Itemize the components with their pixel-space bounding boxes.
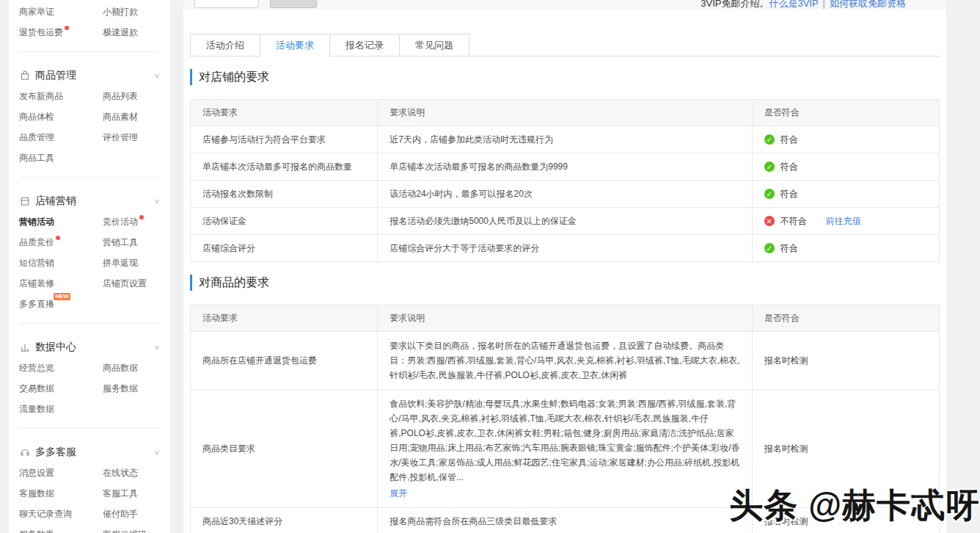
sidebar-item-label: 催付助手 bbox=[103, 509, 138, 519]
sidebar-item-publish-goods[interactable]: 发布新商品 bbox=[19, 86, 69, 106]
col-header-compliance: 是否符合 bbox=[752, 305, 939, 332]
sidebar-item-label: 消息设置 bbox=[19, 468, 54, 478]
category-list-text: 食品饮料;美容护肤/精油;母婴玩具;水果生鲜;数码电器;女装;男装:西服/西裤,… bbox=[390, 396, 740, 485]
description-cell: 近7天内，店铺参加此类活动时无违规行为 bbox=[378, 126, 753, 153]
sidebar-item-review-management[interactable]: 评价管理 bbox=[103, 127, 144, 148]
sidebar-item-marketing-activity[interactable]: 营销活动 bbox=[19, 211, 60, 232]
sidebar-item-label: 商品体检 bbox=[19, 112, 54, 122]
sidebar-item-label: 极速退款 bbox=[103, 27, 138, 37]
sidebar-section-data-center[interactable]: 数据中心 ∨ bbox=[19, 337, 160, 358]
sidebar-item-business-overview[interactable]: 经营总览 bbox=[19, 358, 60, 378]
sidebar-section-shop-marketing[interactable]: 店铺营销 ∨ bbox=[19, 191, 160, 211]
sidebar-item-label: 评价管理 bbox=[103, 132, 138, 142]
sidebar-group-service: 多多客服 ∨ 消息设置 在线状态 客服数据 客服工具 聊天记录查询 催付助手 服… bbox=[9, 433, 170, 533]
sidebar-item-traffic-data[interactable]: 流量数据 bbox=[19, 399, 60, 419]
sidebar-item-chat-history[interactable]: 聊天记录查询 bbox=[19, 504, 78, 524]
sidebar-section-title: 多多客服 bbox=[35, 446, 76, 459]
check-circle-icon: ✓ bbox=[764, 243, 775, 253]
status-cell: ✓符合 bbox=[752, 153, 939, 181]
sidebar-item-goods-material[interactable]: 商品素材 bbox=[103, 106, 144, 127]
sidebar-item-payment-reminder[interactable]: 催付助手 bbox=[103, 504, 144, 524]
requirement-cell: 单店铺本次活动最多可报名的商品数量 bbox=[191, 153, 378, 181]
sidebar-item-bidding-activity[interactable]: 竞价活动 bbox=[103, 211, 144, 232]
expand-link[interactable]: 展开 bbox=[390, 486, 407, 501]
how-get-free-shipping-link[interactable]: 如何获取免邮资格 bbox=[830, 0, 906, 9]
sidebar-item-return-freight[interactable]: 退货包运费 bbox=[19, 22, 69, 43]
sidebar-section-customer-service[interactable]: 多多客服 ∨ bbox=[19, 442, 160, 463]
sidebar-item-message-settings[interactable]: 消息设置 bbox=[19, 463, 60, 483]
sidebar-item-fast-refund[interactable]: 极速退款 bbox=[103, 22, 144, 43]
sidebar-item-duoduo-live[interactable]: 多多直播NEW bbox=[19, 294, 60, 314]
search-input[interactable] bbox=[194, 0, 259, 8]
sidebar-item-label: 退货包运费 bbox=[19, 27, 63, 37]
tab-faq[interactable]: 常见问题 bbox=[399, 34, 469, 57]
description-cell: 报名活动必须先缴纳5000人民币及以上的保证金 bbox=[378, 208, 753, 235]
sidebar-item-label: 短信营销 bbox=[19, 258, 54, 268]
what-is-3vip-link[interactable]: 什么是3VIP bbox=[769, 0, 818, 9]
sidebar-section-goods-management[interactable]: 商品管理 ∨ bbox=[19, 65, 160, 86]
status-cell: ✓符合 bbox=[752, 181, 939, 208]
sidebar-item-label: 多多直播 bbox=[19, 299, 54, 309]
sidebar-item-online-status[interactable]: 在线状态 bbox=[103, 463, 144, 483]
sidebar-item-marketing-tools[interactable]: 营销工具 bbox=[103, 232, 144, 253]
chevron-down-icon: ∨ bbox=[154, 72, 160, 79]
go-recharge-link[interactable]: 前往充值 bbox=[826, 215, 861, 228]
sidebar-item-small-payment[interactable]: 小额打款 bbox=[103, 1, 144, 22]
shop-icon bbox=[19, 195, 31, 207]
status-badge: 符合 bbox=[780, 188, 798, 200]
sidebar-item-label: 商品素材 bbox=[103, 112, 138, 122]
table-row: 单店铺本次活动最多可报名的商品数量 单店铺本次活动最多可报名的商品数量为9999… bbox=[191, 153, 940, 181]
sidebar-item-shop-page-settings[interactable]: 店铺页设置 bbox=[103, 273, 153, 294]
status-badge: 不符合 bbox=[780, 215, 807, 228]
table-row: 活动保证金 报名活动必须先缴纳5000人民币及以上的保证金 ✕不符合前往充值 bbox=[191, 208, 940, 235]
sidebar-section-title: 店铺营销 bbox=[35, 195, 76, 208]
status-cell: 报名时检测 bbox=[752, 332, 939, 390]
sidebar-item-label: 营销活动 bbox=[19, 217, 54, 227]
sidebar-item-label: 店铺装修 bbox=[19, 278, 54, 289]
sidebar-item-trade-data[interactable]: 交易数据 bbox=[19, 378, 60, 399]
sidebar-item-merchant-proof[interactable]: 商家举证 bbox=[19, 1, 60, 22]
sidebar-item-label: 营销工具 bbox=[103, 237, 138, 247]
vip-notice-text: 3VIP免邮介绍。 bbox=[701, 0, 769, 9]
sidebar: 商家举证 小额打款 退货包运费 极速退款 商品管理 ∨ 发布新商品 商品列表 商… bbox=[9, 0, 170, 533]
cross-circle-icon: ✕ bbox=[764, 216, 775, 226]
sidebar-item-group-cashback[interactable]: 拼单返现 bbox=[103, 253, 144, 273]
chart-icon bbox=[19, 341, 31, 353]
chevron-down-icon: ∨ bbox=[154, 344, 160, 351]
tab-activity-requirements[interactable]: 活动要求 bbox=[260, 34, 330, 57]
sidebar-item-goods-tools[interactable]: 商品工具 bbox=[19, 148, 60, 168]
sidebar-item-service-stats[interactable]: 客服数据 bbox=[19, 483, 60, 504]
sidebar-item-service-assistant[interactable]: 服务助手 bbox=[19, 524, 60, 533]
sidebar-item-quality-management[interactable]: 品质管理 bbox=[19, 127, 60, 148]
sidebar-item-service-tools[interactable]: 客服工具 bbox=[103, 483, 144, 504]
sidebar-item-goods-check[interactable]: 商品体检 bbox=[19, 106, 60, 127]
sidebar-item-label: 在线状态 bbox=[103, 468, 138, 478]
sidebar-item-label: 客服工具 bbox=[103, 488, 138, 498]
sidebar-item-quality-bidding[interactable]: 品质竞价 bbox=[19, 232, 60, 253]
sidebar-item-service-qrcode[interactable]: 客服二维码 bbox=[103, 524, 153, 533]
sidebar-item-label: 聊天记录查询 bbox=[19, 509, 72, 519]
status-cell: ✕不符合前往充值 bbox=[752, 208, 939, 235]
table-row: 活动报名次数限制 该活动24小时内，最多可以报名20次 ✓符合 bbox=[191, 181, 940, 208]
table-row: 店铺参与活动行为符合平台要求 近7天内，店铺参加此类活动时无违规行为 ✓符合 bbox=[191, 126, 940, 153]
requirement-cell: 活动报名次数限制 bbox=[191, 181, 378, 208]
tab-activity-intro[interactable]: 活动介绍 bbox=[190, 34, 260, 57]
divider bbox=[19, 323, 160, 324]
sidebar-item-service-data[interactable]: 服务数据 bbox=[103, 378, 144, 399]
sidebar-group-marketing: 店铺营销 ∨ 营销活动 竞价活动 品质竞价 营销工具 短信营销 拼单返现 店铺装… bbox=[9, 182, 170, 319]
notification-dot bbox=[65, 26, 69, 30]
sidebar-group-aftersale: 商家举证 小额打款 退货包运费 极速退款 bbox=[9, 0, 170, 47]
status-cell: ✓符合 bbox=[752, 126, 939, 153]
search-button[interactable] bbox=[270, 0, 317, 8]
sidebar-item-sms-marketing[interactable]: 短信营销 bbox=[19, 253, 60, 273]
col-header-compliance: 是否符合 bbox=[752, 100, 939, 126]
sidebar-item-shop-decoration[interactable]: 店铺装修 bbox=[19, 273, 60, 294]
sidebar-item-goods-data[interactable]: 商品数据 bbox=[103, 358, 144, 378]
sidebar-item-goods-list[interactable]: 商品列表 bbox=[103, 86, 144, 106]
check-circle-icon: ✓ bbox=[764, 134, 775, 145]
tab-signup-records[interactable]: 报名记录 bbox=[329, 34, 400, 57]
sidebar-item-label: 流量数据 bbox=[19, 404, 54, 414]
link-separator: | bbox=[823, 0, 825, 9]
sidebar-item-label: 竞价活动 bbox=[103, 217, 138, 227]
product-requirements-title: 对商品的要求 bbox=[190, 275, 940, 291]
